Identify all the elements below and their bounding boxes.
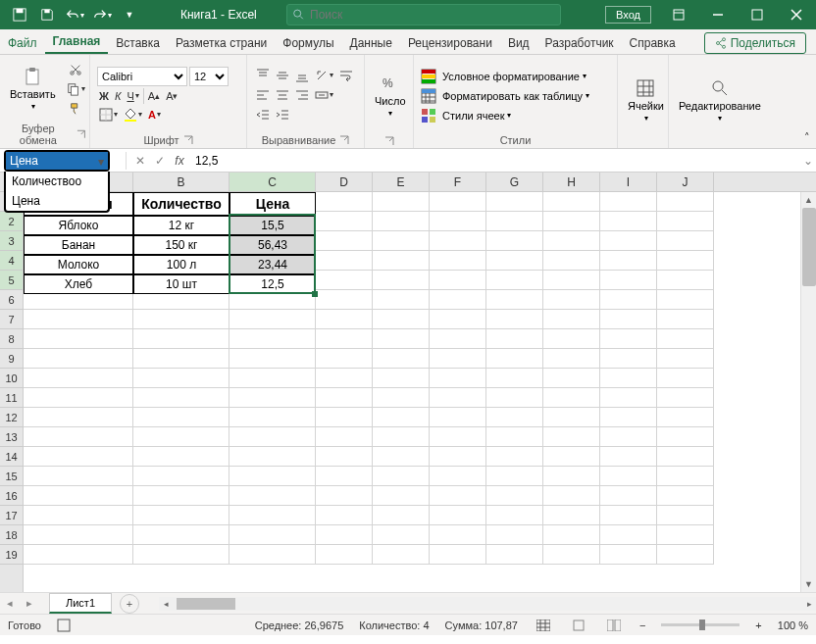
tab-layout[interactable]: Разметка страни (168, 32, 275, 54)
undo-icon[interactable]: ▾ (63, 3, 86, 26)
row-header[interactable]: 14 (0, 447, 23, 467)
align-right-icon[interactable] (293, 86, 311, 104)
column-header[interactable]: H (543, 173, 600, 191)
scroll-thumb[interactable] (802, 208, 816, 286)
table-cell[interactable]: 12 кг (133, 216, 230, 235)
tab-formulas[interactable]: Формулы (275, 32, 341, 54)
launcher-icon[interactable] (183, 135, 193, 145)
row-header[interactable]: 11 (0, 388, 23, 408)
formula-input[interactable] (189, 154, 800, 168)
number-format-button[interactable]: % Число ▾ (369, 57, 412, 134)
tab-data[interactable]: Данные (342, 32, 400, 54)
table-header-cell[interactable]: Количество (133, 192, 230, 216)
table-cell[interactable]: Хлеб (24, 274, 133, 294)
page-layout-view-icon[interactable] (569, 618, 588, 633)
row-header[interactable]: 2 (0, 212, 23, 231)
scroll-up-icon[interactable]: ▲ (801, 192, 816, 208)
cut-icon[interactable] (65, 61, 87, 78)
expand-formula-icon[interactable]: ⌄ (800, 154, 816, 168)
underline-icon[interactable]: Ч▾ (125, 88, 140, 104)
align-left-icon[interactable] (254, 86, 272, 104)
fx-icon[interactable]: fx (170, 154, 189, 168)
row-header[interactable]: 10 (0, 369, 23, 388)
italic-icon[interactable]: К (113, 88, 123, 104)
maximize-icon[interactable] (738, 0, 777, 29)
tab-home[interactable]: Главная (45, 30, 109, 54)
search-box[interactable] (286, 4, 561, 25)
table-cell[interactable]: 100 л (133, 255, 230, 274)
sheet-nav-prev-icon[interactable]: ◂ (0, 597, 20, 610)
table-cell[interactable]: Молоко (24, 255, 133, 274)
hscroll-thumb[interactable] (177, 598, 235, 610)
row-header[interactable]: 12 (0, 408, 23, 427)
collapse-ribbon-icon[interactable]: ˄ (802, 129, 812, 146)
table-cell[interactable]: 10 шт (133, 274, 230, 294)
scroll-right-icon[interactable]: ▸ (802, 599, 816, 609)
row-header[interactable]: 9 (0, 349, 23, 369)
grow-font-icon[interactable]: A▴ (146, 88, 162, 104)
align-top-icon[interactable] (254, 67, 272, 84)
launcher-icon[interactable] (384, 136, 394, 146)
align-bottom-icon[interactable] (293, 67, 311, 84)
cell-styles-button[interactable]: Стили ячеек▾ (421, 108, 610, 124)
tab-developer[interactable]: Разработчик (537, 32, 622, 54)
row-header[interactable]: 3 (0, 231, 23, 251)
tab-file[interactable]: Файл (0, 32, 45, 54)
row-header[interactable]: 18 (0, 525, 23, 545)
cancel-formula-icon[interactable]: ✕ (130, 154, 150, 168)
format-painter-icon[interactable] (65, 100, 87, 118)
table-cell[interactable]: 23,44 (230, 255, 316, 274)
zoom-level[interactable]: 100 % (778, 619, 808, 631)
column-header[interactable]: I (600, 173, 657, 191)
cells-area[interactable]: ПродуктыКоличествоЦенаЯблоко12 кг15,5Бан… (24, 192, 800, 592)
row-header[interactable]: 19 (0, 545, 23, 565)
row-header[interactable]: 8 (0, 329, 23, 349)
row-header[interactable]: 16 (0, 486, 23, 506)
column-header[interactable]: J (657, 173, 714, 191)
scroll-left-icon[interactable]: ◂ (159, 599, 173, 609)
tab-view[interactable]: Вид (500, 32, 537, 54)
table-cell[interactable]: 15,5 (230, 216, 316, 235)
page-break-view-icon[interactable] (604, 618, 624, 633)
decrease-indent-icon[interactable] (254, 106, 272, 124)
copy-icon[interactable]: ▾ (65, 80, 87, 98)
wrap-text-icon[interactable] (337, 67, 355, 84)
sheet-nav-next-icon[interactable]: ▸ (20, 597, 39, 610)
login-button[interactable]: Вход (605, 6, 651, 24)
table-header-cell[interactable]: Цена (230, 192, 316, 216)
accept-formula-icon[interactable]: ✓ (150, 154, 170, 168)
column-header[interactable]: C (230, 173, 316, 191)
sheet-tab[interactable]: Лист1 (49, 593, 112, 614)
bold-icon[interactable]: Ж (97, 88, 111, 104)
launcher-icon[interactable] (76, 129, 85, 139)
close-icon[interactable] (777, 0, 816, 29)
row-header[interactable]: 4 (0, 251, 23, 271)
scroll-down-icon[interactable]: ▼ (801, 576, 816, 592)
tab-insert[interactable]: Вставка (108, 32, 168, 54)
name-dropdown-item[interactable]: Количествоо (6, 172, 108, 191)
redo-icon[interactable]: ▾ (90, 3, 114, 26)
table-cell[interactable]: 12,5 (230, 274, 316, 294)
autosave-icon[interactable] (8, 3, 31, 26)
editing-button[interactable]: Редактирование ▾ (673, 57, 767, 144)
align-center-icon[interactable] (274, 86, 291, 104)
row-header[interactable]: 15 (0, 467, 23, 486)
column-header[interactable]: B (133, 173, 230, 191)
merge-icon[interactable]: ▾ (313, 86, 335, 104)
cells-button[interactable]: Ячейки ▾ (622, 57, 670, 144)
minimize-icon[interactable] (698, 0, 738, 29)
table-cell[interactable]: 56,43 (230, 235, 316, 255)
tab-review[interactable]: Рецензировани (400, 32, 500, 54)
table-cell[interactable]: Банан (24, 235, 133, 255)
borders-icon[interactable]: ▾ (97, 106, 120, 124)
add-sheet-icon[interactable]: + (120, 594, 139, 614)
font-color-icon[interactable]: A▾ (146, 107, 163, 123)
column-header[interactable]: D (316, 173, 373, 191)
fill-color-icon[interactable]: ▾ (122, 106, 144, 124)
table-cell[interactable]: Яблоко (24, 216, 133, 235)
accessibility-icon[interactable] (57, 619, 71, 632)
font-size-combo[interactable]: 12 (189, 67, 229, 86)
table-cell[interactable]: 150 кг (133, 235, 230, 255)
column-header[interactable]: F (430, 173, 486, 191)
qat-customize-icon[interactable]: ▼ (118, 3, 141, 26)
